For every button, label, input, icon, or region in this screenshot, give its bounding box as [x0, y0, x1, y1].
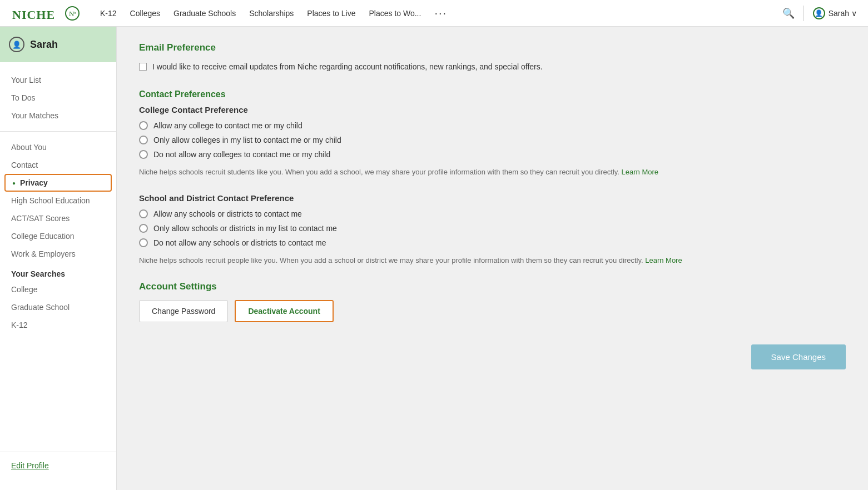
your-searches-section-label: Your Searches [0, 263, 116, 281]
topnav-right: 🔍 👤 Sarah ∨ [782, 6, 857, 21]
college-learn-more-link[interactable]: Learn More [622, 168, 658, 176]
school-radio-any[interactable]: Allow any schools or districts to contac… [139, 209, 846, 218]
email-checkbox-row: I would like to receive email updates fr… [139, 61, 846, 73]
sidebar-item-act-sat[interactable]: ACT/SAT Scores [0, 209, 116, 227]
school-contact-pref: School and District Contact Preference A… [139, 193, 846, 266]
nav-colleges[interactable]: Colleges [130, 9, 160, 18]
sidebar-item-college-search[interactable]: College [0, 281, 116, 298]
sidebar-bottom: Edit Profile [0, 452, 116, 479]
account-settings-title: Account Settings [139, 281, 846, 292]
college-radio-any[interactable]: Allow any college to contact me or my ch… [139, 121, 846, 130]
sidebar-item-work-employers[interactable]: Work & Employers [0, 245, 116, 263]
act-sat-label: ACT/SAT Scores [11, 214, 70, 223]
sidebar-item-high-school[interactable]: High School Education [0, 192, 116, 209]
contact-pref-title: Contact Preferences [139, 89, 846, 99]
sidebar-item-privacy[interactable]: ● Privacy [4, 174, 112, 192]
email-preference-section: Email Preference I would like to receive… [139, 42, 846, 73]
privacy-bullet-icon: ● [12, 180, 16, 186]
school-radio-none[interactable]: Do not allow any schools or districts to… [139, 238, 846, 247]
school-radio-list[interactable]: Only allow schools or districts in my li… [139, 224, 846, 233]
more-menu-button[interactable]: ··· [434, 7, 447, 19]
nav-graduate-schools[interactable]: Graduate Schools [173, 9, 236, 18]
svg-text:≈: ≈ [73, 10, 76, 16]
main-content: Email Preference I would like to receive… [117, 27, 868, 490]
college-radio-none-circle [139, 150, 148, 159]
college-info-main-text: Niche helps schools recruit students lik… [139, 168, 619, 176]
sidebar: 👤 Sarah Your List To Dos Your Matches Ab… [0, 27, 117, 490]
sidebar-item-your-matches[interactable]: Your Matches [0, 107, 116, 124]
school-contact-title: School and District Contact Preference [139, 193, 846, 203]
college-radio-none-label: Do not allow any colleges to contact me … [153, 150, 330, 159]
about-you-label: About You [11, 143, 47, 152]
school-radio-none-label: Do not allow any schools or districts to… [153, 238, 326, 247]
college-contact-title: College Contact Preference [139, 105, 846, 114]
save-row: Save Changes [139, 344, 846, 381]
nav-divider [803, 6, 804, 21]
school-info-main-text: Niche helps schools recruit people like … [139, 256, 643, 264]
high-school-label: High School Education [11, 196, 90, 205]
college-radio-list-circle [139, 136, 148, 144]
sidebar-nav: Your List To Dos Your Matches About You … [0, 62, 116, 452]
sidebar-item-to-dos[interactable]: To Dos [0, 89, 116, 107]
email-updates-checkbox[interactable] [139, 63, 147, 71]
contact-label: Contact [11, 161, 38, 169]
sidebar-profile-section: About You Contact ● Privacy High School … [0, 131, 116, 263]
school-radio-group: Allow any schools or districts to contac… [139, 209, 846, 247]
save-changes-button[interactable]: Save Changes [751, 344, 846, 369]
contact-preferences-section: Contact Preferences College Contact Pref… [139, 89, 846, 266]
nav-places-work[interactable]: Places to Wo... [369, 9, 421, 18]
topnav-links: K-12 Colleges Graduate Schools Scholarsh… [100, 7, 782, 19]
sidebar-item-k12-search[interactable]: K-12 [0, 316, 116, 334]
sidebar-item-graduate-school-search[interactable]: Graduate School [0, 298, 116, 316]
sidebar-user-name: Sarah [30, 39, 58, 51]
edit-profile-link[interactable]: Edit Profile [11, 461, 49, 470]
privacy-label: Privacy [20, 178, 48, 187]
school-radio-list-circle [139, 224, 148, 233]
school-radio-any-label: Allow any schools or districts to contac… [153, 209, 302, 218]
sidebar-item-your-list[interactable]: Your List [0, 71, 116, 89]
user-menu[interactable]: 👤 Sarah ∨ [813, 7, 857, 19]
svg-text:NICHE: NICHE [12, 8, 55, 22]
change-password-button[interactable]: Change Password [139, 300, 228, 322]
logo[interactable]: NICHE N ≈ [11, 4, 83, 22]
college-info-text: Niche helps schools recruit students lik… [139, 167, 846, 178]
layout: 👤 Sarah Your List To Dos Your Matches Ab… [0, 27, 868, 490]
user-name-label: Sarah ∨ [829, 9, 857, 18]
school-radio-any-circle [139, 209, 148, 218]
account-buttons: Change Password Deactivate Account [139, 300, 846, 322]
user-avatar-icon: 👤 [813, 7, 825, 19]
sidebar-item-contact[interactable]: Contact [0, 156, 116, 174]
college-radio-list-label: Only allow colleges in my list to contac… [153, 136, 341, 144]
college-radio-none[interactable]: Do not allow any colleges to contact me … [139, 150, 846, 159]
email-pref-text: I would like to receive email updates fr… [152, 61, 543, 73]
deactivate-account-button[interactable]: Deactivate Account [235, 300, 333, 322]
school-radio-list-label: Only allow schools or districts in my li… [153, 224, 337, 233]
sidebar-item-college-education[interactable]: College Education [0, 227, 116, 245]
nav-scholarships[interactable]: Scholarships [249, 9, 294, 18]
school-radio-none-circle [139, 238, 148, 247]
school-learn-more-link[interactable]: Learn More [645, 256, 682, 264]
email-pref-title: Email Preference [139, 42, 846, 53]
account-settings-section: Account Settings Change Password Deactiv… [139, 281, 846, 322]
college-radio-any-label: Allow any college to contact me or my ch… [153, 121, 302, 130]
college-radio-any-circle [139, 121, 148, 130]
sidebar-user-header: 👤 Sarah [0, 27, 116, 62]
sidebar-avatar-icon: 👤 [9, 37, 24, 52]
sidebar-item-about-you[interactable]: About You [0, 138, 116, 156]
school-info-text: Niche helps schools recruit people like … [139, 255, 846, 266]
college-radio-list[interactable]: Only allow colleges in my list to contac… [139, 136, 846, 144]
college-edu-label: College Education [11, 232, 75, 241]
college-contact-pref: College Contact Preference Allow any col… [139, 105, 846, 178]
work-employers-label: Work & Employers [11, 249, 76, 258]
nav-places-live[interactable]: Places to Live [307, 9, 355, 18]
nav-k12[interactable]: K-12 [100, 9, 117, 18]
college-radio-group: Allow any college to contact me or my ch… [139, 121, 846, 159]
topnav: NICHE N ≈ K-12 Colleges Graduate Schools… [0, 0, 868, 27]
search-icon[interactable]: 🔍 [782, 7, 795, 19]
